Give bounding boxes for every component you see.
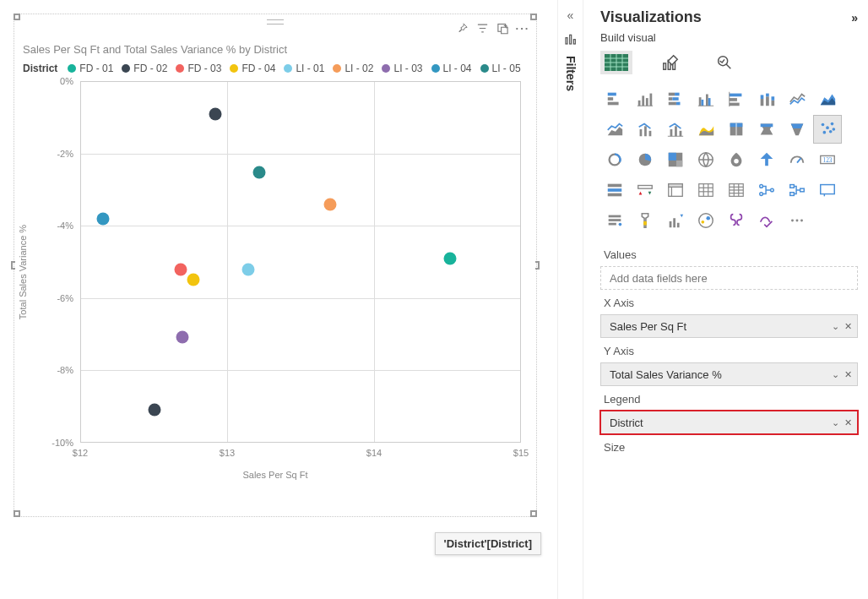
scatter-point[interactable] (253, 166, 266, 178)
viz-type-icon[interactable] (722, 206, 751, 235)
scatter-point[interactable] (148, 403, 160, 416)
legend-item[interactable]: FD - 01 (68, 63, 113, 74)
viz-type-icon[interactable] (722, 176, 751, 204)
filter-icon[interactable] (475, 21, 489, 35)
svg-point-63 (831, 123, 834, 126)
viz-type-icon[interactable] (752, 84, 781, 113)
legend-item[interactable]: FD - 02 (122, 63, 167, 74)
viz-type-icon[interactable] (783, 115, 811, 144)
viz-type-icon[interactable] (752, 115, 781, 144)
yaxis-well-label: Y Axis (600, 338, 858, 362)
viz-type-icon[interactable] (813, 115, 842, 144)
pin-icon[interactable] (455, 21, 469, 35)
viz-type-icon[interactable] (600, 115, 629, 144)
analytics-tab[interactable] (708, 51, 741, 74)
resize-handle-br[interactable] (530, 510, 537, 517)
format-visual-tab[interactable] (654, 51, 686, 74)
viz-type-icon[interactable] (600, 176, 629, 204)
svg-rect-2 (569, 35, 571, 44)
viz-type-icon[interactable] (783, 176, 811, 204)
yaxis-field-menu-icon[interactable]: ⌄ (832, 369, 839, 380)
viz-type-icon[interactable] (631, 84, 659, 113)
collapse-filters-icon[interactable]: « (567, 8, 574, 22)
expand-viz-pane-icon[interactable]: » (851, 11, 858, 25)
viz-type-icon[interactable] (600, 145, 629, 174)
legend-field-remove-icon[interactable]: ✕ (844, 417, 852, 428)
yaxis-field-remove-icon[interactable]: ✕ (844, 369, 852, 380)
viz-type-icon[interactable] (600, 206, 629, 235)
resize-handle-tr[interactable] (530, 14, 537, 20)
viz-type-icon[interactable] (661, 145, 690, 174)
resize-handle-bl[interactable] (14, 510, 20, 517)
viz-type-icon[interactable] (692, 115, 720, 144)
viz-type-icon[interactable] (722, 84, 751, 113)
chart-visual[interactable]: ··· Sales Per Sq Ft and Total Sales Vari… (14, 14, 537, 517)
viz-type-icon[interactable] (692, 145, 720, 174)
svg-rect-106 (609, 215, 621, 218)
viz-type-icon[interactable]: 123 (813, 145, 842, 174)
drag-handle-icon[interactable] (267, 19, 284, 25)
viz-type-icon[interactable] (722, 145, 751, 174)
resize-handle-left[interactable] (11, 261, 15, 270)
viz-type-icon[interactable] (813, 84, 842, 113)
legend-field-pill[interactable]: District ⌄✕ (600, 411, 858, 434)
svg-rect-38 (761, 99, 764, 106)
viz-type-icon[interactable] (783, 145, 811, 174)
legend-item[interactable]: LI - 05 (480, 63, 521, 74)
yaxis-field-pill[interactable]: Total Sales Variance % ⌄✕ (600, 362, 858, 386)
values-well-placeholder[interactable]: Add data fields here (600, 266, 858, 290)
legend-item[interactable]: LI - 02 (333, 63, 373, 74)
xaxis-field-remove-icon[interactable]: ✕ (844, 321, 852, 332)
focus-mode-icon[interactable] (496, 21, 509, 35)
viz-type-icon[interactable] (661, 84, 690, 113)
legend-item[interactable]: LI - 04 (431, 63, 472, 74)
legend-item[interactable]: LI - 03 (382, 63, 422, 74)
viz-type-icon[interactable] (631, 115, 659, 144)
build-visual-subhead: Build visual (600, 31, 858, 44)
viz-type-icon[interactable] (783, 84, 811, 113)
y-tick-label: 0% (60, 76, 73, 86)
scatter-point[interactable] (97, 212, 110, 225)
scatter-point[interactable] (323, 198, 336, 210)
filters-panel-label[interactable]: Filters (564, 56, 578, 91)
viz-type-icon[interactable] (631, 145, 659, 174)
viz-type-icon[interactable] (722, 115, 751, 144)
svg-marker-74 (761, 153, 773, 166)
viz-type-icon[interactable] (783, 206, 811, 235)
svg-rect-28 (676, 102, 681, 106)
scatter-point[interactable] (443, 252, 456, 264)
viz-type-icon[interactable] (752, 176, 781, 204)
viz-type-icon[interactable] (631, 206, 659, 235)
legend-item[interactable]: LI - 01 (284, 63, 324, 74)
filters-icon[interactable] (564, 32, 578, 46)
xaxis-field-pill[interactable]: Sales Per Sq Ft ⌄✕ (600, 314, 858, 338)
resize-handle-right[interactable] (535, 261, 540, 270)
viz-type-icon[interactable] (752, 206, 781, 235)
scatter-point[interactable] (174, 263, 187, 275)
xaxis-field-menu-icon[interactable]: ⌄ (832, 321, 839, 332)
viz-type-icon[interactable] (661, 176, 690, 204)
scatter-point[interactable] (176, 331, 188, 344)
scatter-plot-area[interactable] (80, 81, 521, 443)
scatter-point[interactable] (187, 274, 200, 286)
viz-type-icon[interactable] (692, 84, 720, 113)
resize-handle-tl[interactable] (14, 14, 20, 20)
viz-type-icon[interactable] (692, 206, 720, 235)
viz-type-icon[interactable] (661, 206, 690, 235)
scatter-point[interactable] (209, 108, 222, 121)
legend-item[interactable]: FD - 04 (230, 63, 275, 74)
build-visual-tab[interactable] (600, 51, 632, 74)
viz-type-icon[interactable] (813, 176, 842, 204)
legend-field-menu-icon[interactable]: ⌄ (832, 417, 839, 428)
viz-type-icon[interactable] (631, 176, 659, 204)
viz-type-icon[interactable] (692, 176, 720, 204)
svg-rect-107 (609, 219, 621, 221)
viz-type-icon[interactable] (661, 115, 690, 144)
legend-item[interactable]: FD - 03 (176, 63, 221, 74)
viz-type-icon[interactable] (752, 145, 781, 174)
yaxis-field-name: Total Sales Variance % (610, 368, 722, 381)
svg-rect-47 (640, 129, 643, 136)
viz-type-icon[interactable] (600, 84, 629, 113)
more-options-icon[interactable]: ··· (516, 21, 529, 35)
scatter-point[interactable] (241, 263, 254, 275)
